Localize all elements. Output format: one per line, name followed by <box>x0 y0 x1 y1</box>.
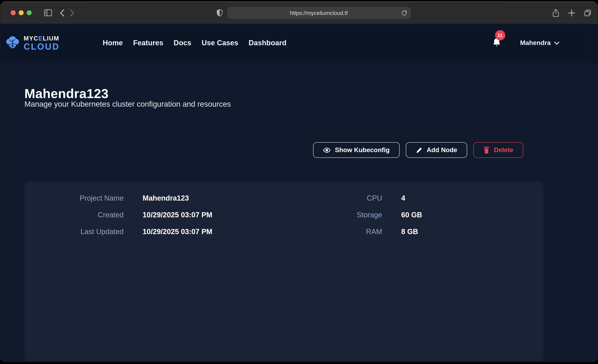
storage-label: Storage <box>310 211 382 219</box>
reload-icon[interactable] <box>401 10 407 16</box>
mycelium-cloud-logo-icon <box>5 35 20 51</box>
cluster-info-grid: Project Name Mahendra123 Created 10/29/2… <box>25 182 543 236</box>
info-row-storage: Storage 60 GB <box>310 211 543 219</box>
show-kubeconfig-label: Show Kubeconfig <box>335 146 390 154</box>
storage-value: 60 GB <box>401 211 422 219</box>
pencil-icon <box>415 147 422 153</box>
cpu-value: 4 <box>401 194 405 203</box>
new-tab-plus-icon[interactable] <box>568 9 575 16</box>
browser-window: https://myceliumcloud.tf <box>0 1 598 362</box>
toolbar-right-icons <box>552 9 591 17</box>
site-navbar: MYCELIUM CLOUD Home Features Docs Use Ca… <box>0 23 598 63</box>
info-row-last-updated: Last Updated 10/29/2025 03:07 PM <box>25 228 310 236</box>
last-updated-value: 10/29/2025 03:07 PM <box>142 228 212 236</box>
user-name: Mahendra <box>520 39 550 47</box>
share-icon[interactable] <box>552 9 559 17</box>
ram-label: RAM <box>310 228 382 236</box>
nav-features[interactable]: Features <box>133 39 163 47</box>
url-text: https://myceliumcloud.tf <box>290 10 348 16</box>
forward-button-icon[interactable] <box>70 9 74 17</box>
brand-name-top: MYCELIUM <box>24 35 60 41</box>
eye-icon <box>323 146 331 154</box>
project-name-value: Mahendra123 <box>142 194 189 203</box>
last-updated-label: Last Updated <box>25 228 124 236</box>
delete-label: Delete <box>494 146 513 154</box>
created-label: Created <box>25 211 124 219</box>
screenshot-stage: https://myceliumcloud.tf <box>0 0 598 364</box>
address-bar[interactable]: https://myceliumcloud.tf <box>227 7 410 19</box>
page-subtitle: Manage your Kubernetes cluster configura… <box>25 100 231 109</box>
close-window-button[interactable] <box>11 10 16 15</box>
nav-use-cases[interactable]: Use Cases <box>202 39 238 47</box>
bell-icon <box>492 42 501 48</box>
browser-toolbar: https://myceliumcloud.tf <box>0 1 598 24</box>
nav-dashboard[interactable]: Dashboard <box>249 39 286 47</box>
zoom-window-button[interactable] <box>27 10 32 15</box>
project-name-label: Project Name <box>25 194 124 203</box>
info-row-cpu: CPU 4 <box>310 194 543 203</box>
created-value: 10/29/2025 03:07 PM <box>142 211 212 219</box>
sidebar-toggle-icon[interactable] <box>44 9 52 17</box>
site-viewport: Mahendra123 Manage your Kubernetes clust… <box>0 23 598 362</box>
notifications-button[interactable]: 11 <box>492 38 501 49</box>
add-node-label: Add Node <box>427 146 457 154</box>
user-menu[interactable]: Mahendra <box>520 39 559 47</box>
privacy-shield-icon[interactable] <box>216 9 223 17</box>
info-row-ram: RAM 8 GB <box>310 228 543 236</box>
info-row-project-name: Project Name Mahendra123 <box>25 194 310 203</box>
cpu-label: CPU <box>310 194 382 203</box>
delete-cluster-button[interactable]: Delete <box>473 142 523 158</box>
ram-value: 8 GB <box>401 228 418 236</box>
chevron-down-icon <box>554 39 559 47</box>
page-title: Mahendra123 <box>25 86 108 101</box>
minimize-window-button[interactable] <box>19 10 24 15</box>
brand-logo[interactable]: MYCELIUM CLOUD <box>5 35 60 51</box>
cluster-details-card: Project Name Mahendra123 Created 10/29/2… <box>25 182 543 361</box>
brand-name-bottom: CLOUD <box>24 42 60 51</box>
tab-overview-icon[interactable] <box>584 9 591 17</box>
cluster-actions: Show Kubeconfig Add Node Delete <box>313 142 523 158</box>
notifications-badge: 11 <box>495 30 505 40</box>
page-content: Mahendra123 Manage your Kubernetes clust… <box>0 23 598 362</box>
show-kubeconfig-button[interactable]: Show Kubeconfig <box>313 142 400 158</box>
nav-docs[interactable]: Docs <box>174 39 191 47</box>
back-button-icon[interactable] <box>60 9 65 17</box>
trash-icon <box>483 146 490 154</box>
main-nav: Home Features Docs Use Cases Dashboard <box>103 39 286 47</box>
traffic-lights <box>11 10 32 15</box>
navbar-right: 11 Mahendra <box>492 38 559 49</box>
info-row-created: Created 10/29/2025 03:07 PM <box>25 211 310 219</box>
nav-home[interactable]: Home <box>103 39 123 47</box>
add-node-button[interactable]: Add Node <box>406 142 467 158</box>
